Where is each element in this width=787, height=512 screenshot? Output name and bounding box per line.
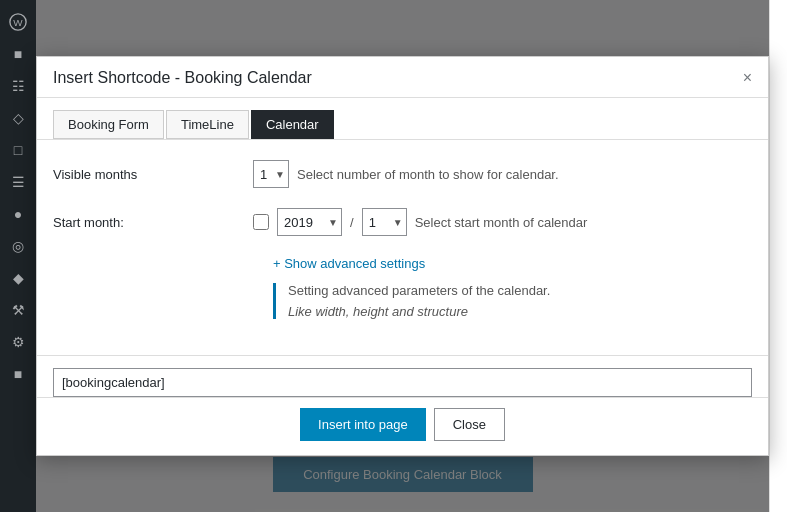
close-button[interactable]: Close (434, 408, 505, 441)
modal-header: Insert Shortcode - Booking Calendar × (37, 57, 768, 98)
shortcode-input[interactable] (53, 368, 752, 397)
sidebar-icon-comments[interactable]: ☰ (4, 168, 32, 196)
visible-months-controls: 1 2 3 4 6 ▼ Select number of month to sh… (253, 160, 752, 188)
sidebar-icon-appearance[interactable]: ● (4, 200, 32, 228)
sidebar-icon-pages[interactable]: □ (4, 136, 32, 164)
sidebar-icon-media[interactable]: ◇ (4, 104, 32, 132)
modal-title: Insert Shortcode - Booking Calendar (53, 69, 312, 87)
tab-booking-form[interactable]: Booking Form (53, 110, 164, 139)
wp-sidebar: W ■ ☷ ◇ □ ☰ ● ◎ ◆ ⚒ ⚙ ■ (0, 0, 36, 512)
month-select-wrapper: 1 2 3 4 5 6 7 8 9 10 11 (362, 208, 407, 236)
slash-divider: / (350, 215, 354, 230)
modal-overlay: Insert Shortcode - Booking Calendar × Bo… (36, 0, 769, 512)
insert-into-page-button[interactable]: Insert into page (300, 408, 426, 441)
modal-footer: Insert into page Close (37, 397, 768, 455)
tabs-container: Booking Form TimeLine Calendar (37, 98, 768, 140)
start-month-row: Start month: 2019 2020 2021 ▼ / (53, 208, 752, 236)
start-month-controls: 2019 2020 2021 ▼ / 1 2 3 (253, 208, 752, 236)
modal-dialog: Insert Shortcode - Booking Calendar × Bo… (36, 56, 769, 456)
sidebar-icon-plugins[interactable]: ◎ (4, 232, 32, 260)
sidebar-icon-dashboard[interactable]: ■ (4, 40, 32, 68)
visible-months-select[interactable]: 1 2 3 4 6 (253, 160, 289, 188)
visible-months-hint: Select number of month to show for calen… (297, 167, 559, 182)
year-select[interactable]: 2019 2020 2021 (277, 208, 342, 236)
start-month-checkbox[interactable] (253, 214, 269, 230)
sidebar-icon-logo[interactable]: W (4, 8, 32, 36)
sidebar-icon-booking[interactable]: ■ (4, 360, 32, 388)
start-month-label: Start month: (53, 215, 253, 230)
show-advanced-link[interactable]: + Show advanced settings (273, 256, 425, 271)
modal-body: Booking Form TimeLine Calendar Visible m… (37, 98, 768, 397)
sidebar-icon-posts[interactable]: ☷ (4, 72, 32, 100)
month-select[interactable]: 1 2 3 4 5 6 7 8 9 10 11 (362, 208, 407, 236)
advanced-line2: Like width, height and structure (288, 304, 752, 319)
sidebar-icon-settings[interactable]: ⚙ (4, 328, 32, 356)
tab-calendar[interactable]: Calendar (251, 110, 334, 139)
visible-months-select-wrapper: 1 2 3 4 6 ▼ (253, 160, 289, 188)
sidebar-icon-users[interactable]: ◆ (4, 264, 32, 292)
advanced-line1: Setting advanced parameters of the calen… (288, 283, 752, 298)
visible-months-row: Visible months 1 2 3 4 6 ▼ (53, 160, 752, 188)
tab-content-calendar: Visible months 1 2 3 4 6 ▼ (37, 140, 768, 355)
modal-close-button[interactable]: × (743, 70, 752, 86)
svg-text:W: W (13, 17, 23, 28)
shortcode-row (37, 368, 768, 397)
tab-timeline[interactable]: TimeLine (166, 110, 249, 139)
visible-months-label: Visible months (53, 167, 253, 182)
year-select-wrapper: 2019 2020 2021 ▼ (277, 208, 342, 236)
modal-divider (37, 355, 768, 356)
wp-right-panel (769, 0, 787, 512)
start-month-hint: Select start month of calendar (415, 215, 588, 230)
sidebar-icon-tools[interactable]: ⚒ (4, 296, 32, 324)
advanced-settings-box: Setting advanced parameters of the calen… (273, 283, 752, 319)
